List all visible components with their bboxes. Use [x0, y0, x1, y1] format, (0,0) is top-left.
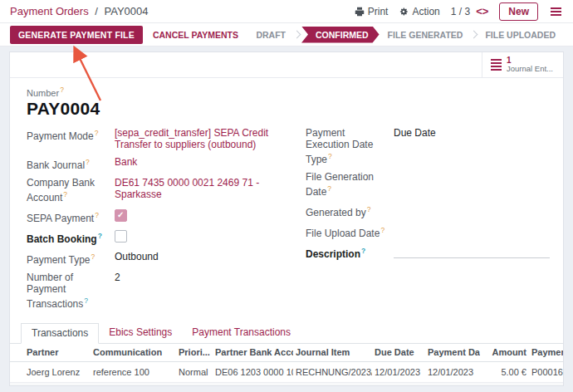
- pager-next-icon[interactable]: >: [482, 5, 489, 17]
- tab-payment-transactions[interactable]: Payment Transactions: [182, 323, 301, 344]
- column-header-journal-item[interactable]: Journal Item: [293, 344, 372, 362]
- description-input[interactable]: [394, 245, 550, 258]
- field-company-bank-account: Company Bank Account?DE61 7435 0000 0021…: [27, 177, 292, 203]
- column-header-communication[interactable]: Communication: [91, 344, 176, 362]
- field-label-text: Bank Journal: [27, 159, 85, 171]
- field-payment-mode: Payment Mode?[sepa_credit_transfer] SEPA…: [27, 127, 292, 150]
- field-value: Due Date: [394, 127, 550, 165]
- field-payment-execution-date-type: Payment Execution Date Type?Due Date: [306, 127, 550, 165]
- field-value: [115, 230, 292, 245]
- field-label-text: File Upload Date: [306, 228, 380, 239]
- help-icon: ?: [63, 190, 67, 198]
- field-generated-by: Generated by?: [306, 203, 550, 218]
- statusbar-step-file-uploaded[interactable]: FILE UPLOADED: [478, 27, 563, 43]
- field-value: [394, 245, 550, 260]
- table-cell: Normal: [176, 382, 213, 386]
- breadcrumb: Payment Orders / PAY0004: [10, 5, 149, 17]
- field-value: Bank: [115, 156, 292, 171]
- number-field-label: Number?: [27, 86, 550, 98]
- sepa-payment-checkbox[interactable]: [115, 209, 127, 222]
- fields-left-column: Payment Mode?[sepa_credit_transfer] SEPA…: [27, 127, 292, 316]
- fields-right-column: Payment Execution Date Type?Due DateFile…: [306, 127, 550, 316]
- table-row[interactable]: Joerg LorenzVendor Payment 7.00 € -Norma…: [10, 382, 564, 386]
- bank-journal-link[interactable]: Bank: [115, 156, 137, 168]
- help-icon: ?: [328, 152, 332, 160]
- cancel-payments-button[interactable]: CANCEL PAYMENTS: [146, 26, 245, 44]
- tab-transactions[interactable]: Transactions: [21, 323, 99, 344]
- field-label: Payment Execution Date Type?: [306, 127, 394, 165]
- field-value: [394, 224, 550, 239]
- help-icon: ?: [84, 296, 88, 305]
- column-header-payment-referen[interactable]: Payment Referen...: [529, 344, 564, 362]
- field-value: 2: [115, 272, 292, 310]
- field-payment-type: Payment Type?Outbound: [27, 251, 292, 266]
- table-cell: 5.00 €: [480, 361, 529, 382]
- print-button[interactable]: Print: [355, 6, 389, 17]
- header-row: PartnerCommunicationPriori...Partner Ban…: [10, 344, 564, 362]
- field-label: Payment Type?: [27, 251, 115, 266]
- record-name: PAY0004: [27, 99, 550, 119]
- help-icon: ?: [98, 232, 102, 240]
- field-value: [394, 203, 550, 218]
- table-cell: P00016: [529, 361, 564, 382]
- top-bar: Payment Orders / PAY0004 Print Action 1 …: [0, 0, 573, 23]
- table-cell: Joerg Lorenz: [10, 361, 91, 382]
- help-icon: ?: [95, 211, 99, 219]
- print-icon: [355, 7, 365, 17]
- tab-ebics-settings[interactable]: Ebics Settings: [99, 323, 182, 344]
- table-cell: 12/01/2023: [372, 361, 425, 382]
- field-value: [115, 209, 292, 224]
- help-icon: ?: [86, 158, 90, 166]
- help-icon: ?: [361, 247, 365, 255]
- transactions-table-head: PartnerCommunicationPriori...Partner Ban…: [10, 344, 564, 362]
- statusbar-separator-icon: [470, 31, 478, 39]
- table-cell: Vendor Payment 7.00 € -: [91, 382, 176, 386]
- transactions-table: PartnerCommunicationPriori...Partner Ban…: [10, 344, 564, 386]
- form-area: Number? PAY0004 Payment Mode?[sepa_credi…: [10, 78, 563, 316]
- pager-counter: 1 / 3: [451, 6, 470, 17]
- column-header-payment-da[interactable]: Payment Da...: [425, 344, 480, 362]
- generate-payment-file-button[interactable]: GENERATE PAYMENT FILE: [10, 26, 143, 44]
- pager-previous-icon[interactable]: <: [476, 5, 482, 17]
- field-batch-booking: Batch Booking?: [27, 230, 292, 245]
- field-file-generation-date: File Generation Date?: [306, 171, 550, 198]
- column-header-amount[interactable]: Amount: [480, 344, 529, 362]
- column-header-partner[interactable]: Partner: [10, 344, 91, 362]
- statusbar-step-file-generated[interactable]: FILE GENERATED: [380, 27, 471, 43]
- column-header-due-date[interactable]: Due Date: [372, 344, 425, 362]
- batch-booking-checkbox[interactable]: [115, 230, 127, 243]
- company-bank-account-link[interactable]: DE61 7435 0000 0021 2469 71 - Sparkasse: [115, 177, 259, 200]
- field-file-upload-date: File Upload Date?: [306, 224, 550, 239]
- field-label-text: File Generation Date: [306, 171, 374, 198]
- field-value: Outbound: [115, 251, 292, 266]
- field-bank-journal: Bank Journal?Bank: [27, 156, 292, 171]
- statusbar-step-confirmed[interactable]: CONFIRMED: [301, 27, 380, 43]
- statusbar-step-draft[interactable]: DRAFT: [248, 27, 293, 43]
- table-cell: 7.00 €: [480, 382, 529, 386]
- journal-entries-stat-button[interactable]: 1 Journal Ent...: [482, 52, 563, 77]
- column-header-partner-bank-account[interactable]: Partner Bank Account: [213, 344, 293, 362]
- breadcrumb-app-link[interactable]: Payment Orders: [10, 5, 89, 17]
- action-menu-button[interactable]: Action: [399, 6, 439, 17]
- field-label: Payment Mode?: [27, 127, 115, 150]
- notebook-tabs: TransactionsEbics SettingsPayment Transa…: [10, 323, 563, 344]
- field-label: File Generation Date?: [306, 171, 394, 198]
- new-button[interactable]: New: [499, 2, 538, 21]
- form-sheet: 1 Journal Ent... Number? PAY0004 Payment…: [9, 51, 564, 386]
- field-label-text: Number of Payment Transactions: [27, 272, 83, 310]
- field-label: Company Bank Account?: [27, 177, 115, 203]
- field-label-text: Payment Execution Date Type: [306, 127, 373, 165]
- table-row[interactable]: Joerg Lorenzreference 100NormalDE06 1203…: [10, 361, 564, 382]
- table-cell: Normal: [176, 361, 213, 382]
- field-label-text: Payment Type: [27, 254, 91, 266]
- breadcrumb-separator: /: [95, 5, 98, 17]
- statusbar-separator-icon: [293, 31, 301, 39]
- payment-mode-link[interactable]: [sepa_credit_transfer] SEPA Credit Trans…: [115, 127, 268, 150]
- help-icon: ?: [95, 129, 99, 137]
- column-header-priori[interactable]: Priori...: [176, 344, 213, 362]
- menu-toggle-icon[interactable]: [549, 6, 563, 17]
- button-box: 1 Journal Ent...: [10, 52, 563, 78]
- gear-icon: [399, 7, 409, 17]
- table-cell: 12/01/2023: [425, 361, 480, 382]
- field-sepa-payment: SEPA Payment?: [27, 209, 292, 224]
